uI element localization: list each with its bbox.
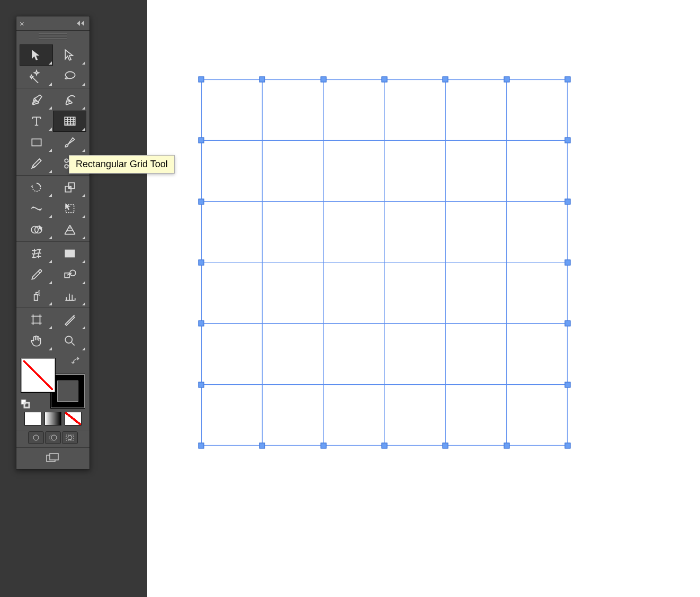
swap-fill-stroke-icon[interactable] (71, 357, 83, 366)
color-mode-none[interactable] (65, 412, 82, 426)
type-tool[interactable] (20, 111, 53, 132)
zoom-icon (63, 334, 77, 348)
selection-handle[interactable] (565, 138, 571, 143)
svg-point-25 (68, 436, 72, 440)
type-icon (30, 114, 43, 128)
column-graph-tool[interactable] (53, 285, 86, 306)
perspective-grid-icon (63, 223, 77, 237)
svg-rect-14 (65, 273, 69, 278)
selection-handle[interactable] (443, 443, 448, 449)
tooltip-text: Rectangular Grid Tool (76, 159, 168, 169)
selection-handle[interactable] (259, 77, 265, 83)
artboard-tool[interactable] (20, 309, 53, 330)
pen-icon (30, 93, 43, 107)
svg-point-4 (65, 159, 68, 162)
pencil-tool[interactable] (20, 153, 53, 174)
artboard-icon (30, 313, 43, 327)
selection-handle[interactable] (199, 382, 204, 387)
mesh-tool[interactable] (20, 243, 53, 264)
width-icon (30, 202, 43, 215)
svg-point-1 (68, 101, 69, 102)
svg-point-9 (39, 209, 40, 211)
color-mode-solid[interactable] (24, 412, 41, 426)
selection-handle[interactable] (565, 382, 571, 387)
hand-tool[interactable] (20, 330, 53, 351)
column-graph-icon (63, 289, 77, 303)
svg-point-21 (33, 435, 39, 440)
rectangle-tool[interactable] (20, 132, 53, 153)
svg-rect-20 (24, 403, 29, 408)
pen-tool[interactable] (20, 89, 53, 111)
selection-handle[interactable] (199, 77, 204, 83)
svg-point-23 (51, 435, 57, 440)
selection-handle[interactable] (565, 443, 571, 449)
selection-handle[interactable] (504, 443, 509, 449)
eyedropper-tool[interactable] (20, 264, 53, 285)
selection-handle[interactable] (504, 77, 509, 83)
svg-rect-16 (34, 295, 38, 301)
gradient-tool[interactable] (53, 243, 86, 264)
draw-behind-icon[interactable] (45, 431, 61, 444)
selection-handle[interactable] (199, 321, 204, 327)
symbol-sprayer-icon (30, 289, 43, 303)
draw-normal-icon[interactable] (28, 431, 44, 444)
canvas[interactable] (147, 0, 700, 597)
tools-panel-header[interactable]: × (16, 16, 89, 31)
selection-tool[interactable] (20, 44, 53, 66)
lasso-tool[interactable] (53, 66, 86, 87)
direct-selection-tool[interactable] (53, 44, 86, 66)
symbol-sprayer-tool[interactable] (20, 285, 53, 306)
rectangle-icon (30, 135, 43, 149)
screen-mode-icon (46, 453, 60, 464)
tool-grid (16, 43, 89, 355)
rectangular-grid-tool[interactable] (53, 111, 86, 132)
blend-tool[interactable] (53, 264, 86, 285)
selection-handle[interactable] (382, 77, 388, 83)
slice-tool[interactable] (53, 309, 86, 330)
selected-grid-object[interactable] (201, 79, 568, 446)
perspective-grid-tool[interactable] (53, 219, 86, 240)
gradient-icon (63, 247, 77, 260)
selection-handle[interactable] (565, 321, 571, 327)
shape-builder-tool[interactable] (20, 219, 53, 240)
width-tool[interactable] (20, 198, 53, 219)
free-transform-tool[interactable] (53, 198, 86, 219)
blend-icon (63, 268, 77, 282)
selection-handle[interactable] (320, 77, 326, 83)
paintbrush-icon (63, 135, 77, 149)
default-fill-stroke-icon[interactable] (21, 399, 30, 409)
paintbrush-tool[interactable] (53, 132, 86, 153)
selection-handle[interactable] (199, 198, 204, 204)
selection-handle[interactable] (199, 443, 204, 449)
panel-grip[interactable] (39, 33, 67, 40)
selection-handle[interactable] (259, 443, 265, 449)
selection-handle[interactable] (320, 443, 326, 449)
selection-handle[interactable] (565, 77, 571, 83)
close-icon[interactable]: × (20, 20, 24, 28)
selection-handle[interactable] (199, 260, 204, 266)
rotate-icon (30, 180, 43, 194)
eyedropper-icon (30, 268, 43, 282)
scale-icon (63, 180, 77, 194)
selection-icon (30, 48, 43, 62)
magic-wand-tool[interactable] (20, 66, 53, 87)
selection-handle[interactable] (565, 260, 571, 266)
curvature-pen-icon (63, 93, 77, 107)
fill-swatch[interactable] (21, 358, 56, 393)
selection-handle[interactable] (382, 443, 388, 449)
color-mode-gradient[interactable] (44, 412, 61, 426)
zoom-tool[interactable] (53, 330, 86, 351)
change-screen-mode-button[interactable] (16, 448, 89, 469)
draw-inside-icon[interactable] (62, 431, 78, 444)
free-transform-icon (63, 202, 77, 215)
selection-handle[interactable] (565, 198, 571, 204)
curvature-pen-tool[interactable] (53, 89, 86, 111)
scale-tool[interactable] (53, 177, 86, 198)
selection-handle[interactable] (443, 77, 448, 83)
direct-selection-icon (63, 48, 77, 62)
rotate-tool[interactable] (20, 177, 53, 198)
collapse-icon[interactable] (77, 20, 86, 27)
selection-handle[interactable] (199, 138, 204, 143)
hand-icon (30, 334, 43, 348)
svg-point-18 (65, 336, 72, 343)
